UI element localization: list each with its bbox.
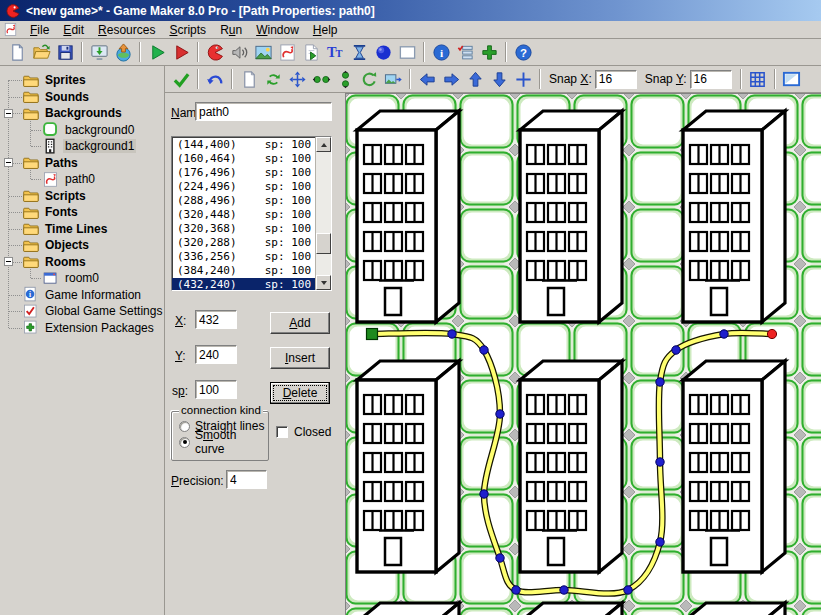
path-point[interactable] — [496, 410, 504, 418]
show-background-button[interactable] — [780, 67, 804, 91]
arrow-up-button[interactable] — [463, 67, 487, 91]
scroll-up-button[interactable] — [316, 137, 331, 152]
arrow-left-button[interactable] — [415, 67, 439, 91]
path-point[interactable] — [560, 586, 568, 594]
path-point[interactable] — [512, 586, 520, 594]
path-point-row[interactable]: (176,496)sp: 100 — [172, 166, 315, 180]
path-point-row[interactable]: (288,496)sp: 100 — [172, 194, 315, 208]
snap-y-input[interactable]: 16 — [690, 70, 732, 89]
global-game-settings-button[interactable] — [453, 40, 477, 64]
path-canvas-area[interactable] — [345, 93, 821, 615]
delete-button[interactable]: Delete — [270, 382, 330, 404]
center-view-button[interactable] — [511, 67, 535, 91]
menu-edit[interactable]: Edit — [56, 22, 91, 38]
add-background-button[interactable] — [251, 40, 275, 64]
path-point-row[interactable]: (336,256)sp: 100 — [172, 250, 315, 264]
mirror-horizontal-button[interactable] — [309, 67, 333, 91]
path-point-row[interactable]: (384,240)sp: 100 — [172, 264, 315, 278]
open-file-button[interactable] — [29, 40, 53, 64]
path-point-row[interactable]: (144,400)sp: 100 — [172, 138, 315, 152]
list-scrollbar[interactable] — [315, 137, 331, 290]
path-point[interactable] — [624, 586, 632, 594]
path-point[interactable] — [496, 554, 504, 562]
path-point[interactable] — [480, 490, 488, 498]
path-point-row[interactable]: (320,288)sp: 100 — [172, 236, 315, 250]
sp-input[interactable] — [195, 380, 237, 399]
add-button[interactable]: Add — [270, 312, 330, 334]
path-name-input[interactable] — [195, 102, 332, 121]
smooth-curve-radio[interactable] — [179, 437, 190, 448]
tree-collapse-box[interactable] — [4, 158, 13, 167]
publish-game-button[interactable] — [111, 40, 135, 64]
scroll-down-button[interactable] — [316, 275, 331, 290]
path-point[interactable] — [656, 458, 664, 466]
path-point[interactable] — [448, 330, 456, 338]
tree-collapse-box[interactable] — [4, 109, 13, 118]
tree-item-scripts[interactable]: Scripts — [0, 188, 164, 205]
path-point-row[interactable]: (320,448)sp: 100 — [172, 208, 315, 222]
path-point[interactable] — [480, 346, 488, 354]
precision-input[interactable] — [226, 470, 267, 489]
tree-item-room0[interactable]: room0 — [0, 270, 164, 287]
tree-item-rooms[interactable]: Rooms — [0, 254, 164, 271]
tree-item-background0[interactable]: background0 — [0, 122, 164, 139]
scroll-thumb[interactable] — [316, 233, 331, 254]
tree-item-time-lines[interactable]: Time Lines — [0, 221, 164, 238]
path-point-row[interactable]: (320,368)sp: 100 — [172, 222, 315, 236]
tree-item-objects[interactable]: Objects — [0, 237, 164, 254]
menu-resources[interactable]: Resources — [91, 22, 162, 38]
path-point[interactable] — [720, 330, 728, 338]
tree-item-sounds[interactable]: Sounds — [0, 89, 164, 106]
help-button[interactable]: ? — [511, 40, 535, 64]
tree-item-path0[interactable]: path0 — [0, 171, 164, 188]
add-sprite-button[interactable] — [203, 40, 227, 64]
clear-path-button[interactable] — [237, 67, 261, 91]
run-game-button[interactable] — [145, 40, 169, 64]
menu-file[interactable]: File — [23, 22, 56, 38]
snap-x-input[interactable]: 16 — [595, 70, 637, 89]
path-start-point[interactable] — [367, 329, 378, 340]
add-room-button[interactable] — [395, 40, 419, 64]
add-script-button[interactable] — [299, 40, 323, 64]
x-input[interactable] — [195, 310, 237, 329]
menu-window[interactable]: Window — [249, 22, 306, 38]
path-point[interactable] — [656, 538, 664, 546]
menu-run[interactable]: Run — [213, 22, 249, 38]
path-point-row[interactable]: (432,240)sp: 100 — [172, 278, 315, 290]
tree-item-backgrounds[interactable]: Backgrounds — [0, 105, 164, 122]
add-font-button[interactable]: TT — [323, 40, 347, 64]
path-selected-point[interactable] — [767, 329, 776, 338]
ok-check-button[interactable] — [169, 67, 193, 91]
add-object-button[interactable] — [371, 40, 395, 64]
tree-item-background1[interactable]: background1 — [0, 138, 164, 155]
flip-vertical-button[interactable] — [333, 67, 357, 91]
menu-scripts[interactable]: Scripts — [162, 22, 213, 38]
path-points-list[interactable]: (144,400)sp: 100(160,464)sp: 100(176,496… — [171, 136, 332, 291]
shift-cycle-button[interactable] — [261, 67, 285, 91]
game-information-button[interactable]: i — [429, 40, 453, 64]
insert-button[interactable]: Insert — [270, 347, 330, 369]
grid-toggle-button[interactable] — [746, 67, 770, 91]
tree-item-global-game-settings[interactable]: Global Game Settings — [0, 303, 164, 320]
arrow-down-button[interactable] — [487, 67, 511, 91]
tree-item-game-information[interactable]: iGame Information — [0, 287, 164, 304]
menu-help[interactable]: Help — [306, 22, 345, 38]
snapshot-background-button[interactable] — [381, 67, 405, 91]
add-path-button[interactable] — [275, 40, 299, 64]
y-input[interactable] — [195, 345, 237, 364]
straight-lines-radio[interactable] — [179, 421, 190, 432]
add-sound-button[interactable] — [227, 40, 251, 64]
tree-collapse-box[interactable] — [4, 257, 13, 266]
debug-game-button[interactable] — [169, 40, 193, 64]
arrow-right-button[interactable] — [439, 67, 463, 91]
new-file-button[interactable] — [5, 40, 29, 64]
closed-checkbox[interactable] — [276, 426, 288, 438]
path-point[interactable] — [656, 378, 664, 386]
extension-packages-button[interactable] — [477, 40, 501, 64]
tree-item-paths[interactable]: Paths — [0, 155, 164, 172]
tree-item-extension-packages[interactable]: Extension Packages — [0, 320, 164, 337]
path-point-row[interactable]: (160,464)sp: 100 — [172, 152, 315, 166]
tree-item-sprites[interactable]: Sprites — [0, 72, 164, 89]
path-point-row[interactable]: (224,496)sp: 100 — [172, 180, 315, 194]
smooth-curve-option[interactable]: Smooth curve — [179, 434, 268, 450]
